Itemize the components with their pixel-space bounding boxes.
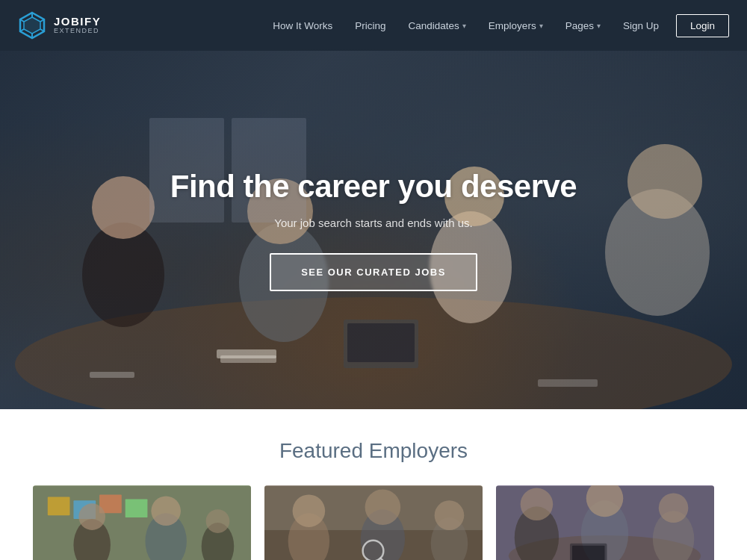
hero-section: Find the career you deserve Your job sea… bbox=[0, 51, 747, 409]
logo[interactable]: JOBIFY EXTENDED bbox=[18, 11, 101, 40]
hero-title: Find the career you deserve bbox=[170, 169, 577, 205]
navbar: JOBIFY EXTENDED How It Works Pricing Can… bbox=[0, 0, 747, 51]
card-2-inner bbox=[264, 485, 483, 560]
jobify-logo-icon bbox=[18, 11, 46, 40]
signup-link[interactable]: Sign Up bbox=[613, 14, 669, 37]
card-2-overlay bbox=[264, 485, 483, 560]
login-button[interactable]: Login bbox=[676, 14, 729, 37]
employers-chevron-icon: ▾ bbox=[539, 22, 543, 30]
cta-button[interactable]: SEE OUR CURATED JOBS bbox=[270, 253, 477, 291]
nav-employers[interactable]: Employers ▾ bbox=[479, 14, 553, 37]
employer-cards bbox=[18, 485, 729, 560]
svg-marker-1 bbox=[24, 17, 40, 34]
brand-subtitle: EXTENDED bbox=[54, 28, 101, 35]
pages-chevron-icon: ▾ bbox=[597, 22, 601, 30]
card-3-overlay bbox=[496, 485, 714, 560]
card-3-inner bbox=[496, 485, 714, 560]
nav-candidates[interactable]: Candidates ▾ bbox=[399, 14, 476, 37]
employer-card-3[interactable] bbox=[496, 485, 714, 560]
card-1-overlay bbox=[33, 485, 251, 560]
hero-subtitle: Your job search starts and ends with us. bbox=[170, 217, 577, 229]
candidates-chevron-icon: ▾ bbox=[462, 22, 466, 30]
nav-pricing[interactable]: Pricing bbox=[345, 14, 395, 37]
employer-card-2[interactable] bbox=[264, 485, 483, 560]
svg-rect-18 bbox=[347, 323, 415, 362]
nav-pages[interactable]: Pages ▾ bbox=[556, 14, 610, 37]
svg-rect-23 bbox=[90, 372, 134, 378]
svg-point-16 bbox=[627, 144, 702, 219]
featured-title: Featured Employers bbox=[18, 439, 729, 463]
nav-how-it-works[interactable]: How It Works bbox=[263, 14, 342, 37]
nav-links: How It Works Pricing Candidates ▾ Employ… bbox=[263, 14, 729, 37]
svg-rect-20 bbox=[220, 355, 276, 363]
svg-point-10 bbox=[92, 176, 155, 239]
hero-content: Find the career you deserve Your job sea… bbox=[155, 154, 592, 306]
svg-rect-24 bbox=[538, 379, 598, 387]
card-1-inner bbox=[33, 485, 251, 560]
employer-card-1[interactable] bbox=[33, 485, 251, 560]
brand-name: JOBIFY bbox=[54, 16, 101, 28]
featured-section: Featured Employers bbox=[0, 409, 747, 560]
